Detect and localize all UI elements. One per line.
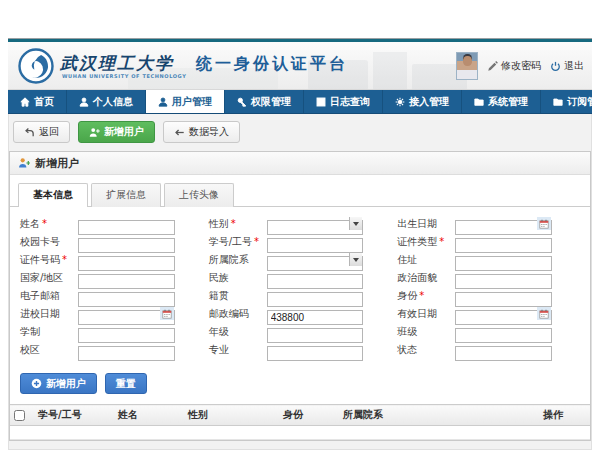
submit-add-user-button[interactable]: 新增用户 (20, 373, 97, 394)
student-no-field: 学号/工号* (209, 234, 364, 249)
table-header-cell: 姓名 (114, 405, 184, 426)
field-label-text: 姓名 (20, 218, 40, 229)
name-field: 姓名* (20, 216, 175, 231)
field-label-text: 电子邮箱 (20, 290, 60, 301)
nav-item-label: 接入管理 (409, 95, 449, 109)
email-input-wrap (78, 288, 175, 303)
status-input[interactable] (455, 346, 552, 361)
name-input[interactable] (78, 220, 175, 235)
nav-item-access-mgmt[interactable]: 接入管理 (383, 90, 462, 113)
ethnicity-input[interactable] (267, 274, 364, 289)
field-label-text: 校区 (20, 344, 40, 355)
main-navbar: 首页个人信息用户管理权限管理日志查询接入管理系统管理订阅管理 (8, 90, 592, 114)
grade-input-wrap (267, 324, 364, 339)
country-region-input[interactable] (78, 274, 175, 289)
student-no-input[interactable] (267, 238, 364, 253)
name-input-wrap (78, 216, 175, 231)
campus-input-wrap (78, 342, 175, 357)
department-dropdown-button[interactable] (349, 253, 362, 266)
calendar-icon (539, 219, 549, 229)
field-label-text: 所属院系 (209, 254, 249, 265)
postal-code-input-wrap (267, 306, 364, 321)
nav-item-subscription-mgmt[interactable]: 订阅管理 (541, 90, 600, 113)
field-label-text: 身份 (397, 290, 417, 301)
field-label-text: 状态 (397, 344, 417, 355)
political-status-input[interactable] (455, 274, 552, 289)
back-button[interactable]: 返回 (13, 121, 70, 143)
class-field: 班级 (397, 324, 552, 339)
content-area: 返回 新增用户 数据导入 新增用户 基本信息扩展信息上传头像 姓名*性别*出生日… (8, 114, 592, 450)
native-place-field: 籍贯 (209, 288, 364, 303)
field-label-text: 学号/工号 (209, 236, 252, 247)
tab-extended-info[interactable]: 扩展信息 (91, 183, 161, 207)
native-place-input[interactable] (267, 292, 364, 307)
schooling-length-input[interactable] (78, 328, 175, 343)
grade-input[interactable] (267, 328, 364, 343)
campus-card-no-input[interactable] (78, 238, 175, 253)
field-label: 身份* (397, 289, 455, 303)
id-type-input[interactable] (455, 238, 552, 253)
nav-item-home[interactable]: 首页 (8, 90, 67, 113)
campus-card-no-field: 校园卡号 (20, 234, 175, 249)
nav-item-system-mgmt[interactable]: 系统管理 (462, 90, 541, 113)
auth-platform-page: 武汉理工大学 WUHAN UNIVERSITY OF TECHNOLOGY 统一… (8, 38, 592, 450)
empty-table-row (10, 426, 590, 440)
schooling-length-input-wrap (78, 324, 175, 339)
checklist-icon (316, 97, 326, 107)
nav-item-label: 日志查询 (330, 95, 370, 109)
field-label-text: 政治面貌 (397, 272, 437, 283)
grade-field: 年级 (209, 324, 364, 339)
birth-date-input-wrap (455, 216, 552, 231)
nav-item-permission-mgmt[interactable]: 权限管理 (225, 90, 304, 113)
field-label: 专业 (209, 343, 267, 357)
postal-code-input[interactable] (267, 310, 364, 325)
platform-title: 统一身份认证平台 (196, 54, 348, 75)
key-icon (237, 97, 247, 107)
id-number-input[interactable] (78, 256, 175, 271)
field-label-text: 校园卡号 (20, 236, 60, 247)
change-password-link[interactable]: 修改密码 (487, 59, 541, 73)
nav-item-label: 用户管理 (172, 95, 212, 109)
logout-link[interactable]: 退出 (550, 59, 584, 73)
valid-date-calendar-button[interactable] (537, 307, 551, 320)
tab-basic-info[interactable]: 基本信息 (18, 183, 88, 207)
tab-upload-avatar[interactable]: 上传头像 (164, 183, 234, 207)
gender-dropdown-button[interactable] (349, 217, 362, 230)
campus-field: 校区 (20, 342, 175, 357)
field-label: 学号/工号* (209, 235, 267, 249)
student-no-input-wrap (267, 234, 364, 249)
table-header-cell: 学号/工号 (34, 405, 114, 426)
nav-item-user-mgmt[interactable]: 用户管理 (146, 90, 225, 113)
address-input-wrap (455, 252, 552, 267)
nav-item-profile[interactable]: 个人信息 (67, 90, 146, 113)
class-input[interactable] (455, 328, 552, 343)
identity-input-wrap (455, 288, 552, 303)
page-header: 武汉理工大学 WUHAN UNIVERSITY OF TECHNOLOGY 统一… (8, 42, 592, 90)
field-label-text: 民族 (209, 272, 229, 283)
add-user-toolbar-button[interactable]: 新增用户 (78, 121, 155, 143)
select-all-checkbox[interactable] (14, 410, 25, 421)
power-icon (550, 61, 561, 72)
home-icon (20, 97, 30, 107)
data-import-button[interactable]: 数据导入 (163, 121, 240, 143)
entry-date-calendar-button[interactable] (160, 307, 174, 320)
major-input[interactable] (267, 346, 364, 361)
required-marker: * (419, 290, 424, 301)
field-label: 所属院系 (209, 253, 267, 267)
form-actions: 新增用户 重置 (10, 367, 590, 404)
email-field: 电子邮箱 (20, 288, 175, 303)
identity-input[interactable] (455, 292, 552, 307)
birth-date-calendar-button[interactable] (537, 217, 551, 230)
field-label: 证件号码* (20, 253, 78, 267)
field-label-text: 班级 (397, 326, 417, 337)
campus-input[interactable] (78, 346, 175, 361)
user-box: 修改密码 退出 (456, 42, 584, 90)
chevron-down-icon (353, 222, 359, 226)
reset-button[interactable]: 重置 (105, 373, 147, 394)
field-label-text: 证件号码 (20, 254, 60, 265)
nav-item-log-query[interactable]: 日志查询 (304, 90, 383, 113)
table-header-cell: 身份 (279, 405, 339, 426)
address-input[interactable] (455, 256, 552, 271)
campus-card-no-input-wrap (78, 234, 175, 249)
email-input[interactable] (78, 292, 175, 307)
